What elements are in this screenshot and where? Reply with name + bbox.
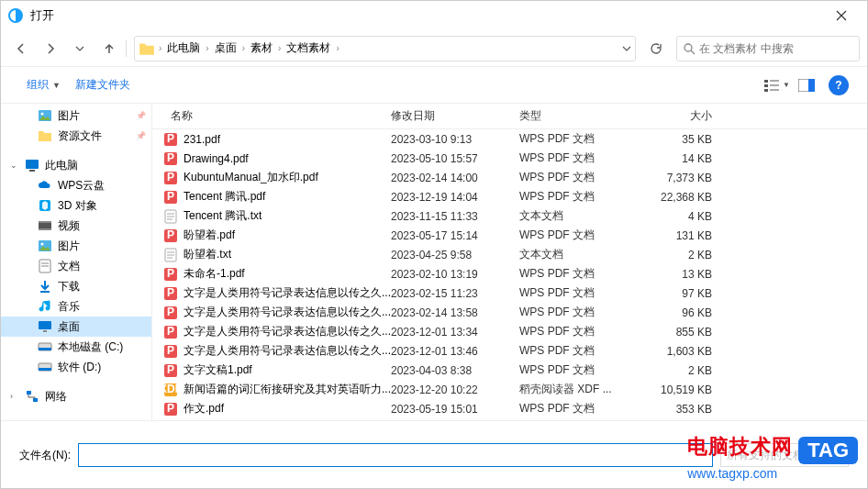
forward-button[interactable] <box>38 36 63 61</box>
file-size: 1,603 KB <box>639 345 730 358</box>
chevron-down-icon: ▼ <box>52 81 61 90</box>
expand-icon[interactable]: › <box>10 392 19 401</box>
crumb-2[interactable]: 素材 <box>247 40 276 56</box>
tree-label: 3D 对象 <box>58 198 97 214</box>
file-row[interactable]: 231.pdf2023-03-10 9:13WPS PDF 文档35 KB <box>152 129 867 149</box>
file-type: WPS PDF 文档 <box>519 362 639 378</box>
up-button[interactable] <box>96 36 122 61</box>
recent-button[interactable] <box>67 36 93 61</box>
file-row[interactable]: 文字是人类用符号记录表达信息以传之久...2023-12-01 13:46WPS… <box>152 341 867 361</box>
new-folder-button[interactable]: 新建文件夹 <box>68 73 138 96</box>
crumb-1[interactable]: 桌面 <box>211 40 240 56</box>
search-box[interactable] <box>676 36 860 61</box>
file-name: 文字是人类用符号记录表达信息以传之久... <box>184 285 391 301</box>
expand-icon[interactable]: ⌄ <box>10 161 19 170</box>
pdf-file-icon <box>163 132 178 147</box>
file-size: 2 KB <box>639 364 730 377</box>
file-row[interactable]: 文字是人类用符号记录表达信息以传之久...2023-02-14 13:58WPS… <box>152 303 867 322</box>
file-row[interactable]: 文字是人类用符号记录表达信息以传之久...2023-12-01 13:34WPS… <box>152 322 867 341</box>
file-row[interactable]: 新闻语篇的词汇衔接研究及其对英语听力...2023-12-20 10:22稻壳阅… <box>152 380 867 399</box>
nav-tree[interactable]: 图片资源文件⌄此电脑WPS云盘3D 对象视频图片文档下载音乐桌面本地磁盘 (C:… <box>1 104 152 420</box>
tree-item-文档[interactable]: 文档 <box>1 256 151 276</box>
doc-icon <box>38 259 52 273</box>
tree-item-图片[interactable]: 图片 <box>1 236 151 256</box>
organize-button[interactable]: 组织 ▼ <box>19 73 68 96</box>
view-mode-button[interactable]: ▼ <box>762 74 792 96</box>
chevron-right-icon[interactable]: › <box>276 43 283 53</box>
tree-item-视频[interactable]: 视频 <box>1 216 151 236</box>
chevron-down-icon: ▼ <box>783 81 790 89</box>
watermark-text: 电脑技术网 <box>687 435 793 458</box>
file-size: 22,368 KB <box>639 191 730 204</box>
3d-icon <box>38 198 52 213</box>
file-date: 2023-12-20 10:22 <box>391 383 519 396</box>
crumb-3[interactable]: 文档素材 <box>283 40 334 56</box>
tree-item-网络[interactable]: ›网络 <box>1 386 151 406</box>
preview-pane-button[interactable] <box>792 74 821 96</box>
col-size[interactable]: 大小 <box>639 108 730 124</box>
file-size: 97 KB <box>639 287 730 300</box>
file-size: 2 KB <box>639 249 730 261</box>
file-row[interactable]: 未命名-1.pdf2023-02-10 13:19WPS PDF 文档13 KB <box>152 264 867 283</box>
tree-item-资源文件[interactable]: 资源文件 <box>1 126 151 146</box>
chevron-down-icon <box>75 44 84 53</box>
tree-item-图片[interactable]: 图片 <box>1 106 151 126</box>
file-size: 7,373 KB <box>639 172 730 184</box>
column-headers[interactable]: 名称 修改日期 类型 大小 <box>152 104 867 129</box>
file-name: Tencent 腾讯.txt <box>184 208 391 224</box>
tree-label: 网络 <box>45 389 67 405</box>
tree-item-音乐[interactable]: 音乐 <box>1 296 151 317</box>
tree-label: 本地磁盘 (C:) <box>58 339 123 355</box>
tree-item-本地磁盘 (C:)[interactable]: 本地磁盘 (C:) <box>1 337 151 357</box>
chevron-right-icon[interactable]: › <box>204 43 210 53</box>
tree-item-桌面[interactable]: 桌面 <box>1 317 151 337</box>
disk-icon <box>38 360 52 374</box>
chevron-down-icon[interactable] <box>622 44 631 53</box>
watermark-tag: TAG <box>798 437 858 464</box>
file-date: 2023-02-15 11:23 <box>391 287 519 300</box>
file-name: 文字是人类用符号记录表达信息以传之久... <box>184 324 391 339</box>
file-row[interactable]: Tencent 腾讯.pdf2023-12-19 14:04WPS PDF 文档… <box>152 187 867 206</box>
file-row[interactable]: 作文.pdf2023-05-19 15:01WPS PDF 文档353 KB <box>152 399 867 418</box>
chevron-right-icon[interactable]: › <box>240 43 247 53</box>
back-button[interactable] <box>8 36 34 61</box>
address-bar: › 此电脑 › 桌面 › 素材 › 文档素材 › <box>1 30 867 67</box>
file-list[interactable]: 名称 修改日期 类型 大小 231.pdf2023-03-10 9:13WPS … <box>152 104 867 420</box>
file-size: 14 KB <box>639 152 730 165</box>
file-size: 35 KB <box>639 133 730 146</box>
file-row[interactable]: Drawing4.pdf2023-05-10 15:57WPS PDF 文档14… <box>152 149 867 168</box>
file-type: WPS PDF 文档 <box>519 266 639 282</box>
file-date: 2023-05-10 15:57 <box>391 152 519 165</box>
refresh-button[interactable] <box>643 36 669 61</box>
close-button[interactable] <box>823 1 860 30</box>
tree-item-下载[interactable]: 下载 <box>1 276 151 296</box>
col-date[interactable]: 修改日期 <box>391 108 519 124</box>
file-type: WPS PDF 文档 <box>519 324 639 339</box>
crumb-0[interactable]: 此电脑 <box>163 40 204 56</box>
file-row[interactable]: 文字文稿1.pdf2023-04-03 8:38WPS PDF 文档2 KB <box>152 361 867 380</box>
tree-item-此电脑[interactable]: ⌄此电脑 <box>1 155 151 175</box>
col-type[interactable]: 类型 <box>519 108 639 124</box>
pdf-file-icon <box>163 363 178 378</box>
pdf-file-icon <box>163 171 178 185</box>
help-button[interactable]: ? <box>829 75 849 95</box>
chevron-right-icon[interactable]: › <box>157 43 163 53</box>
tree-item-软件 (D:)[interactable]: 软件 (D:) <box>1 357 151 377</box>
tree-item-3D 对象[interactable]: 3D 对象 <box>1 195 151 216</box>
filename-input[interactable] <box>78 443 713 467</box>
file-row[interactable]: 盼望着.txt2023-04-25 9:58文本文档2 KB <box>152 245 867 264</box>
file-row[interactable]: KubuntuManual_加水印.pdf2023-02-14 14:00WPS… <box>152 168 867 187</box>
watermark: 电脑技术网TAG www.tagxp.com <box>687 433 858 481</box>
chevron-right-icon[interactable]: › <box>334 43 340 53</box>
svg-rect-31 <box>764 89 768 92</box>
file-row[interactable]: 盼望着.pdf2023-05-17 15:14WPS PDF 文档131 KB <box>152 226 867 245</box>
file-type: WPS PDF 文档 <box>519 131 639 147</box>
file-row[interactable]: Tencent 腾讯.txt2023-11-15 11:33文本文档4 KB <box>152 206 867 226</box>
main-area: 图片资源文件⌄此电脑WPS云盘3D 对象视频图片文档下载音乐桌面本地磁盘 (C:… <box>1 104 867 420</box>
search-input[interactable] <box>699 42 853 55</box>
file-row[interactable]: 文字是人类用符号记录表达信息以传之久...2023-02-15 11:23WPS… <box>152 283 867 303</box>
breadcrumb[interactable]: › 此电脑 › 桌面 › 素材 › 文档素材 › <box>134 36 636 61</box>
file-type: 文本文档 <box>519 208 639 224</box>
tree-item-WPS云盘[interactable]: WPS云盘 <box>1 175 151 195</box>
col-name[interactable]: 名称 <box>152 108 391 124</box>
